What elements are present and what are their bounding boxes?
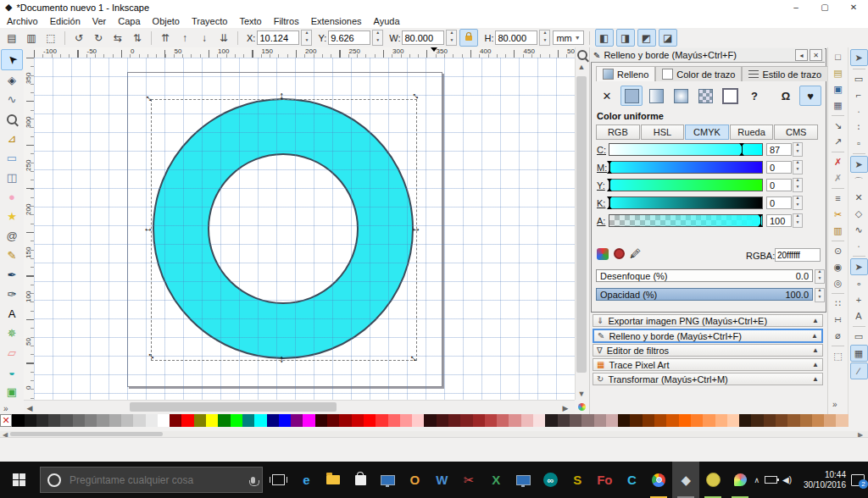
palette-swatch[interactable] (303, 414, 314, 427)
palette-swatch[interactable] (460, 414, 472, 427)
linear-gradient-button[interactable] (645, 86, 667, 106)
canvas[interactable]: ↔ ↔ ↔ ↔ ↕ ↕ ↔ ↔ (34, 58, 575, 400)
snap-bbox-edge-midpoints[interactable]: ∶ (851, 119, 867, 135)
cleanup-icon[interactable]: ✗ (830, 170, 846, 185)
taskbar-word[interactable]: W (428, 462, 455, 498)
zoom-page-icon[interactable]: ◎ (830, 275, 846, 290)
w-input[interactable] (402, 30, 444, 45)
unlink-clone-icon[interactable]: ⌀ (830, 328, 846, 343)
palette-swatch[interactable] (133, 414, 145, 427)
tool-spray[interactable]: ✵ (2, 324, 22, 343)
fill-stroke-header[interactable]: ✎ Relleno y borde (Mayús+Ctrl+F) ◂ ✕ (591, 48, 825, 63)
palette-swatch[interactable] (158, 414, 170, 427)
scroll-right-arrow[interactable]: ▶ (559, 404, 571, 412)
palette-swatch[interactable] (254, 414, 266, 427)
palette-swatch[interactable] (448, 414, 460, 427)
palette-swatch[interactable] (291, 414, 303, 427)
raise-to-top-icon[interactable]: ⇈ (157, 30, 174, 46)
yellow-slider[interactable] (609, 179, 763, 191)
palette-swatch[interactable] (800, 414, 812, 427)
pattern-button[interactable] (694, 86, 716, 106)
start-button[interactable] (0, 462, 38, 498)
tool-star[interactable]: ★ (2, 207, 22, 226)
w-spinner[interactable]: ▲▼ (446, 30, 457, 46)
alpha-spinner[interactable]: ▲▼ (793, 213, 803, 228)
tray-expand-icon[interactable]: ∧ (754, 476, 760, 484)
menu-capa[interactable]: Capa (118, 16, 140, 26)
palette-swatch[interactable] (218, 414, 230, 427)
taskbar-arduino[interactable]: ∞ (537, 462, 564, 498)
export-icon[interactable]: ↗ (830, 134, 846, 149)
palette-swatch[interactable] (776, 414, 787, 427)
taskbar-globe-app[interactable] (699, 462, 726, 498)
color-wheel-icon[interactable] (597, 248, 609, 260)
taskbar-computer[interactable] (509, 462, 537, 498)
snap-midpoints[interactable]: ∙ (851, 238, 867, 253)
scale-handle-s[interactable]: ↕ (279, 355, 284, 363)
taskbar-file-explorer[interactable] (320, 462, 347, 498)
save-document-icon[interactable]: ▣ (830, 81, 846, 97)
tool-ellipse[interactable]: ● (2, 187, 22, 207)
black-value[interactable]: 0 (766, 196, 792, 209)
palette-swatch[interactable] (630, 414, 642, 427)
taskbar-edge[interactable]: e (292, 462, 320, 498)
tool-rectangle[interactable]: ▭ (2, 148, 22, 168)
taskbar-snipping-tool[interactable]: ✂ (455, 462, 482, 498)
snap-guides[interactable]: ∕ (850, 362, 868, 379)
palette-swatch[interactable] (352, 414, 364, 427)
sticky-zoom-icon[interactable] (576, 48, 588, 61)
snap-object-centers[interactable]: ∘ (851, 276, 867, 291)
palette-swatch[interactable] (85, 414, 97, 427)
snap-page-border[interactable]: ▭ (851, 329, 867, 344)
palette-swatch[interactable] (12, 414, 24, 427)
scroll-left-arrow[interactable]: ◀ (24, 404, 36, 412)
select-all-icon[interactable]: ▤ (3, 30, 20, 46)
palette-swatch[interactable] (315, 414, 327, 427)
units-dropdown[interactable]: mm▼ (553, 30, 583, 45)
panel-bar-transform[interactable]: ↻ Transformar (Mayús+Ctrl+M)▲ (593, 373, 823, 385)
palette-swatch[interactable] (618, 414, 630, 427)
move-patterns-toggle[interactable]: ◨ (616, 29, 635, 47)
panel-bar-trace-pixel-art[interactable]: ▦ Trace Pixel Art▲ (593, 358, 823, 371)
palette-swatch[interactable] (181, 414, 193, 427)
tool-pencil[interactable]: ✎ (2, 246, 22, 265)
flip-vertical-icon[interactable]: ⇅ (129, 30, 146, 46)
palette-swatch[interactable] (824, 414, 836, 427)
palette-swatch[interactable] (703, 414, 715, 427)
menu-trayecto[interactable]: Trayecto (192, 16, 227, 26)
horizontal-scroll-thumb[interactable] (130, 402, 337, 412)
palette-swatch[interactable] (412, 414, 424, 427)
tab-relleno[interactable]: Relleno (596, 66, 655, 81)
speaker-icon[interactable]: ◀) (782, 475, 792, 484)
clone-icon[interactable]: ∺ (830, 312, 846, 327)
black-slider[interactable] (609, 196, 763, 209)
fill-rule-nonzero-button[interactable]: ♥ (799, 86, 821, 106)
taskbar-app-s[interactable]: S (564, 462, 591, 498)
tool-pen[interactable]: ✒ (2, 265, 22, 285)
palette-swatch[interactable] (48, 414, 60, 427)
close-button[interactable]: ✕ (839, 1, 868, 14)
tool-tweak[interactable]: ∿ (2, 90, 22, 109)
palette-swatch[interactable] (376, 414, 387, 427)
tool-bucket-fill[interactable]: ◒ (2, 362, 22, 382)
palette-swatch[interactable] (836, 414, 848, 427)
magenta-value[interactable]: 0 (766, 161, 792, 174)
h-spinner[interactable]: ▲▼ (539, 30, 550, 46)
palette-swatch[interactable] (36, 414, 48, 427)
palette-swatch[interactable] (400, 414, 412, 427)
panel-undock-button[interactable]: ◂ (795, 49, 808, 61)
scroll-up-arrow[interactable]: ▲ (575, 63, 588, 71)
snap-text-baseline[interactable]: A (851, 308, 867, 324)
palette-swatch[interactable] (206, 414, 218, 427)
rotate-cw-icon[interactable]: ↻ (90, 30, 107, 46)
palette-swatch[interactable] (606, 414, 618, 427)
palette-swatch[interactable] (558, 414, 570, 427)
cyan-spinner[interactable]: ▲▼ (793, 142, 803, 157)
cortana-search-box[interactable] (40, 467, 263, 493)
taskbar-remote-desktop[interactable] (374, 462, 401, 498)
mode-cmyk[interactable]: CMYK (685, 125, 729, 140)
select-all-layers-icon[interactable]: ▥ (23, 30, 40, 46)
snap-bbox[interactable]: ▭ (851, 71, 867, 86)
palette-swatch[interactable] (764, 414, 776, 427)
palette-swatch[interactable] (751, 414, 763, 427)
